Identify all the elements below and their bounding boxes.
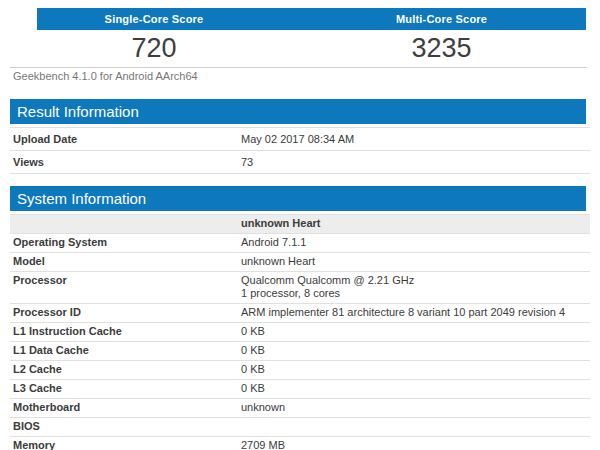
row-value: Qualcomm Qualcomm @ 2.21 GHz 1 processor… xyxy=(237,274,590,300)
row-label: Operating System xyxy=(10,236,237,249)
row-value: 0 KB xyxy=(237,344,590,357)
row-value: ARM implementer 81 architecture 8 varian… xyxy=(237,306,590,319)
device-name: unknown Heart xyxy=(237,217,590,230)
table-row-l1-data-cache: L1 Data Cache 0 KB xyxy=(10,342,590,361)
system-information-section: System Information unknown Heart Operati… xyxy=(10,186,590,450)
result-information-section: Result Information Upload Date May 02 20… xyxy=(10,99,590,174)
row-value: May 02 2017 08:34 AM xyxy=(237,133,590,146)
single-core-score-value: 720 xyxy=(37,32,271,64)
table-row-device-header: unknown Heart xyxy=(10,215,590,234)
row-value: 0 KB xyxy=(237,325,590,338)
processor-line-1: Qualcomm Qualcomm @ 2.21 GHz xyxy=(241,274,590,287)
system-information-header: System Information xyxy=(10,186,586,211)
geekbench-version-caption: Geekbench 4.1.0 for Android AArch64 xyxy=(13,70,600,83)
row-label: L1 Instruction Cache xyxy=(10,325,237,338)
table-row-operating-system: Operating System Android 7.1.1 xyxy=(10,234,590,253)
table-row-processor-id: Processor ID ARM implementer 81 architec… xyxy=(10,304,590,323)
row-label: Memory xyxy=(10,439,237,450)
row-value: unknown Heart xyxy=(237,255,590,268)
result-information-header: Result Information xyxy=(10,99,586,124)
row-label: Processor xyxy=(10,274,237,300)
row-label: Views xyxy=(10,156,237,169)
row-value: Android 7.1.1 xyxy=(237,236,590,249)
row-label xyxy=(10,217,237,230)
score-values-spacer xyxy=(271,32,297,64)
single-core-score-label: Single-Core Score xyxy=(37,8,271,30)
table-row-views: Views 73 xyxy=(10,151,590,174)
multi-core-score-value: 3235 xyxy=(297,32,586,64)
processor-line-2: 1 processor, 8 cores xyxy=(241,287,590,300)
table-row-l3-cache: L3 Cache 0 KB xyxy=(10,380,590,399)
multi-core-score-label: Multi-Core Score xyxy=(297,8,586,30)
score-header-bar: Single-Core Score Multi-Core Score xyxy=(37,8,586,30)
result-information-table: Upload Date May 02 2017 08:34 AM Views 7… xyxy=(10,127,590,174)
row-label: BIOS xyxy=(10,420,237,433)
score-header-spacer xyxy=(271,8,297,30)
table-row-memory: Memory 2709 MB xyxy=(10,437,590,450)
row-label: Upload Date xyxy=(10,133,237,146)
row-value: 73 xyxy=(237,156,590,169)
row-value: 0 KB xyxy=(237,382,590,395)
table-row-motherboard: Motherboard unknown xyxy=(10,399,590,418)
row-label: L2 Cache xyxy=(10,363,237,376)
row-value: 0 KB xyxy=(237,363,590,376)
row-value xyxy=(237,420,590,433)
caption-divider xyxy=(10,67,587,68)
row-value: unknown xyxy=(237,401,590,414)
geekbench-result-page: Single-Core Score Multi-Core Score 720 3… xyxy=(0,0,600,450)
table-row-l1-instruction-cache: L1 Instruction Cache 0 KB xyxy=(10,323,590,342)
table-row-bios: BIOS xyxy=(10,418,590,437)
table-row-model: Model unknown Heart xyxy=(10,253,590,272)
row-label: L1 Data Cache xyxy=(10,344,237,357)
row-label: Model xyxy=(10,255,237,268)
row-label: L3 Cache xyxy=(10,382,237,395)
table-row-processor: Processor Qualcomm Qualcomm @ 2.21 GHz 1… xyxy=(10,272,590,304)
system-information-table: unknown Heart Operating System Android 7… xyxy=(10,214,590,450)
score-values: 720 3235 xyxy=(37,32,586,64)
row-label: Motherboard xyxy=(10,401,237,414)
table-row-l2-cache: L2 Cache 0 KB xyxy=(10,361,590,380)
row-label: Processor ID xyxy=(10,306,237,319)
score-banner: Single-Core Score Multi-Core Score 720 3… xyxy=(37,8,586,64)
row-value: 2709 MB xyxy=(237,439,590,450)
table-row-upload-date: Upload Date May 02 2017 08:34 AM xyxy=(10,128,590,151)
